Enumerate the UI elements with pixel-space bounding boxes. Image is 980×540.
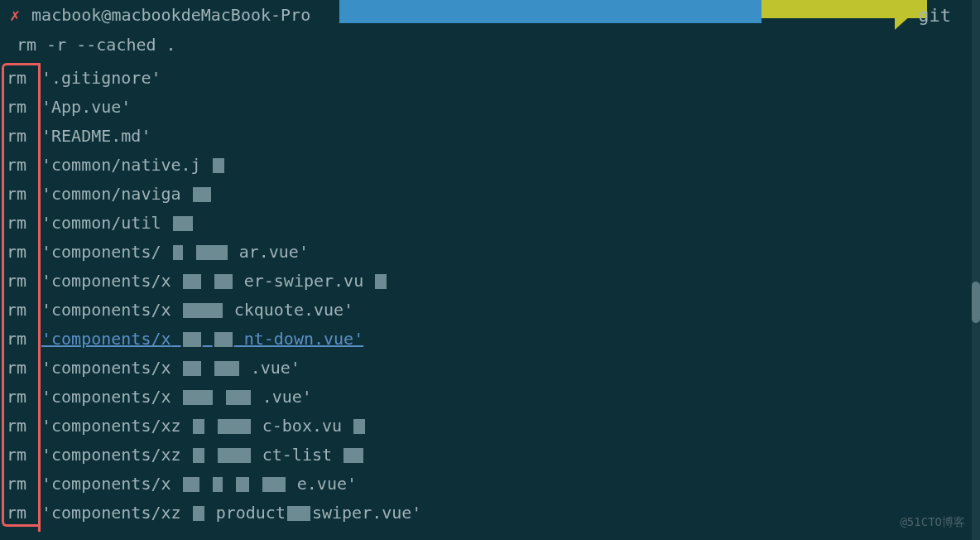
file-path: 'components/x e.vue' [41, 474, 357, 494]
redacted-segment [262, 477, 286, 492]
redacted-segment [226, 390, 251, 405]
file-path: 'components/x ckquote.vue' [41, 300, 353, 320]
close-icon: ✗ [10, 5, 20, 25]
redacted-segment [213, 158, 224, 173]
output-line: rm'.gitignore' [7, 63, 980, 92]
redacted-segment [287, 506, 310, 521]
prompt-user-host: macbook@macbookdeMacBook-Pro [31, 5, 310, 25]
output-line: rm'common/native.j [7, 150, 980, 179]
output-line: rm'components/x er-swiper.vu [7, 266, 980, 295]
redacted-segment [214, 332, 233, 347]
redacted-segment [183, 332, 201, 347]
redacted-segment [173, 245, 183, 260]
redacted-segment [193, 448, 204, 463]
redacted-segment [193, 187, 211, 202]
redacted-segment [183, 303, 223, 318]
redacted-segment [193, 506, 204, 521]
watermark: @51CTO博客 [900, 515, 965, 530]
redacted-segment [183, 274, 201, 289]
redacted-segment [353, 419, 365, 434]
file-path: 'components/ ar.vue' [41, 242, 309, 262]
file-path: 'components/xz productswiper.vue' [41, 503, 421, 523]
file-path: 'components/xz c-box.vu [41, 416, 367, 436]
redacted-segment [218, 419, 251, 434]
redacted-segment [193, 419, 204, 434]
git-prompt-arrow: git [895, 0, 951, 30]
file-path: 'components/x er-swiper.vu [41, 271, 388, 291]
git-label: git [918, 5, 951, 26]
file-path: 'App.vue' [41, 97, 131, 117]
output-line: rm'components/x .vue' [7, 382, 980, 411]
redacted-segment [213, 477, 223, 492]
file-path: 'components/xz ct-list [41, 445, 365, 465]
file-path-link[interactable]: 'components/x nt-down.vue' [41, 329, 363, 349]
file-path: 'README.md' [41, 126, 151, 146]
redacted-segment [183, 390, 213, 405]
file-path: 'common/naviga [41, 184, 213, 204]
output-line: rm'components/x nt-down.vue' [7, 324, 980, 353]
top-bar-blue-segment [339, 0, 761, 23]
file-path: 'common/util [41, 213, 195, 233]
output-line: rm'common/util [7, 208, 980, 237]
output-line: rm'components/ ar.vue' [7, 237, 980, 266]
redacted-segment [173, 216, 193, 231]
redacted-segment [375, 274, 387, 289]
scrollbar-track[interactable] [972, 0, 980, 540]
redacted-segment [196, 245, 228, 260]
output-line: rm'components/xz ct-list [7, 440, 980, 469]
output-line: rm'components/x ckquote.vue' [7, 295, 980, 324]
scrollbar-thumb[interactable] [972, 282, 980, 323]
highlight-bracket [2, 63, 38, 527]
output-line: rm'README.md' [7, 121, 980, 150]
file-path: 'components/x .vue' [41, 387, 312, 407]
redacted-segment [214, 274, 233, 289]
file-path: '.gitignore' [41, 68, 161, 88]
redacted-segment [214, 361, 239, 376]
redacted-segment [183, 361, 201, 376]
command-line: rm -r --cached . [0, 30, 980, 60]
output-area: rm'.gitignore'rm'App.vue'rm'README.md'rm… [0, 63, 980, 527]
redacted-segment [236, 477, 249, 492]
output-line: rm'App.vue' [7, 92, 980, 121]
output-line: rm'components/xz c-box.vu [7, 411, 980, 440]
redacted-segment [183, 477, 199, 492]
file-path: 'common/native.j [41, 155, 226, 175]
redacted-segment [218, 448, 251, 463]
output-line: rm'common/naviga [7, 179, 980, 208]
file-path: 'components/x .vue' [41, 358, 300, 378]
arrow-icon [895, 0, 911, 30]
output-line: rm'components/xz productswiper.vue' [7, 498, 980, 527]
redacted-segment [343, 448, 363, 463]
output-line: rm'components/x .vue' [7, 353, 980, 382]
output-line: rm'components/x e.vue' [7, 469, 980, 498]
